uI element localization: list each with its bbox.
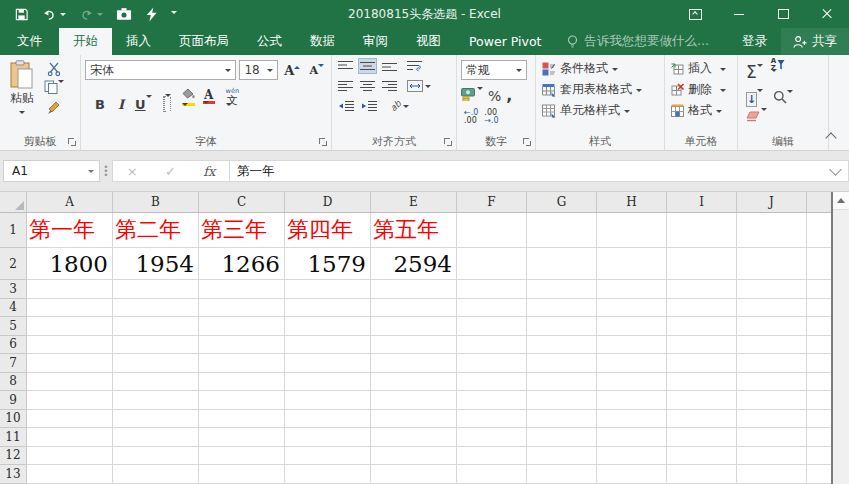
cell-F11[interactable] — [457, 428, 527, 447]
cell-F7[interactable] — [457, 354, 527, 373]
cell-B4[interactable] — [113, 299, 199, 318]
cell-I7[interactable] — [667, 354, 737, 373]
cell-A6[interactable] — [27, 336, 113, 355]
column-header-B[interactable]: B — [113, 192, 199, 212]
cell-F9[interactable] — [457, 391, 527, 410]
cell-E4[interactable] — [371, 299, 457, 318]
cancel-button[interactable]: × — [127, 164, 138, 179]
cell-J9[interactable] — [737, 391, 807, 410]
cell-F6[interactable] — [457, 336, 527, 355]
decrease-indent-icon[interactable] — [336, 98, 356, 114]
tab-view[interactable]: 视图 — [402, 28, 455, 55]
clipboard-dialog-launcher[interactable] — [68, 138, 77, 147]
row-header-1[interactable]: 1 — [0, 213, 27, 248]
autosum-caret-icon[interactable] — [757, 64, 763, 84]
merge-center-button[interactable] — [405, 78, 433, 94]
align-center-icon[interactable] — [358, 78, 377, 94]
row-header-6[interactable]: 6 — [0, 336, 27, 355]
tab-power-pivot[interactable]: Power Pivot — [455, 28, 555, 55]
ribbon-display-options-icon[interactable] — [673, 0, 717, 28]
column-header-F[interactable]: F — [457, 192, 527, 212]
cell-A11[interactable] — [27, 428, 113, 447]
cell-B3[interactable] — [113, 280, 199, 299]
column-header-D[interactable]: D — [285, 192, 371, 212]
format-painter-icon[interactable] — [44, 101, 64, 115]
cell-G1[interactable] — [527, 213, 597, 248]
cell-G11[interactable] — [527, 428, 597, 447]
tab-insert[interactable]: 插入 — [112, 28, 165, 55]
cell-H11[interactable] — [597, 428, 667, 447]
font-size-combo[interactable]: 18 — [239, 60, 278, 80]
conditional-formatting-button[interactable]: 条件格式 — [542, 58, 660, 79]
cell-I3[interactable] — [667, 280, 737, 299]
cell-B11[interactable] — [113, 428, 199, 447]
row-header-3[interactable]: 3 — [0, 280, 27, 299]
phonetic-guide-button[interactable]: wén 文 — [226, 88, 239, 120]
copy-caret-icon[interactable] — [58, 80, 64, 100]
align-middle-icon[interactable] — [358, 58, 377, 74]
column-header-A[interactable]: A — [27, 192, 113, 212]
cell-B13[interactable] — [113, 465, 199, 484]
row-header-13[interactable]: 13 — [0, 465, 27, 484]
decrease-decimal-icon[interactable]: .00→.0 — [481, 108, 501, 126]
cell-I9[interactable] — [667, 391, 737, 410]
sort-filter-button[interactable]: AZ — [771, 58, 785, 86]
column-header-H[interactable]: H — [597, 192, 667, 212]
accounting-format-button[interactable] — [461, 88, 483, 104]
underline-caret-icon[interactable] — [146, 95, 152, 115]
increase-indent-icon[interactable] — [359, 98, 379, 114]
cell-H9[interactable] — [597, 391, 667, 410]
underline-button[interactable]: U — [135, 97, 152, 112]
tab-data[interactable]: 数据 — [296, 28, 349, 55]
bold-button[interactable]: B — [93, 97, 107, 112]
cell-G8[interactable] — [527, 373, 597, 392]
cell-partial-3[interactable] — [807, 280, 832, 299]
phonetic-caret-icon[interactable] — [226, 103, 232, 123]
cell-A9[interactable] — [27, 391, 113, 410]
font-dialog-launcher[interactable] — [319, 138, 328, 147]
autosum-button[interactable]: Σ — [746, 64, 763, 81]
cell-J1[interactable] — [737, 213, 807, 248]
cell-I8[interactable] — [667, 373, 737, 392]
cell-partial-6[interactable] — [807, 336, 832, 355]
cell-E5[interactable] — [371, 317, 457, 336]
cell-E12[interactable] — [371, 447, 457, 466]
cell-A1[interactable]: 第一年 — [27, 213, 113, 248]
cell-G10[interactable] — [527, 410, 597, 429]
cell-C12[interactable] — [199, 447, 285, 466]
merge-caret-icon[interactable] — [425, 85, 431, 91]
percent-style-icon[interactable]: % — [488, 88, 501, 104]
vertical-scrollbar[interactable] — [831, 192, 849, 484]
cell-partial-11[interactable] — [807, 428, 832, 447]
cell-H5[interactable] — [597, 317, 667, 336]
cell-C4[interactable] — [199, 299, 285, 318]
row-header-11[interactable]: 11 — [0, 428, 27, 447]
cell-D6[interactable] — [285, 336, 371, 355]
cell-G7[interactable] — [527, 354, 597, 373]
cell-B12[interactable] — [113, 447, 199, 466]
name-box[interactable]: A1 — [3, 160, 100, 182]
tell-me-box[interactable]: 告诉我您想要做什么... — [555, 28, 720, 55]
cell-I13[interactable] — [667, 465, 737, 484]
cell-C5[interactable] — [199, 317, 285, 336]
cell-H10[interactable] — [597, 410, 667, 429]
accounting-caret-icon[interactable] — [477, 87, 483, 107]
font-color-caret-icon[interactable] — [203, 101, 209, 121]
cell-H1[interactable] — [597, 213, 667, 248]
wrap-text-icon[interactable] — [405, 58, 425, 74]
sort-filter-caret-icon[interactable] — [771, 69, 777, 89]
cell-E7[interactable] — [371, 354, 457, 373]
cell-H2[interactable] — [597, 248, 667, 280]
comma-style-icon[interactable]: , — [506, 86, 512, 105]
cell-D13[interactable] — [285, 465, 371, 484]
cell-H3[interactable] — [597, 280, 667, 299]
cell-H13[interactable] — [597, 465, 667, 484]
row-header-5[interactable]: 5 — [0, 317, 27, 336]
cell-D7[interactable] — [285, 354, 371, 373]
cell-H4[interactable] — [597, 299, 667, 318]
cell-A5[interactable] — [27, 317, 113, 336]
maximize-icon[interactable] — [761, 0, 805, 28]
align-top-icon[interactable] — [336, 58, 355, 74]
orientation-caret-icon[interactable] — [403, 105, 409, 111]
cell-J5[interactable] — [737, 317, 807, 336]
